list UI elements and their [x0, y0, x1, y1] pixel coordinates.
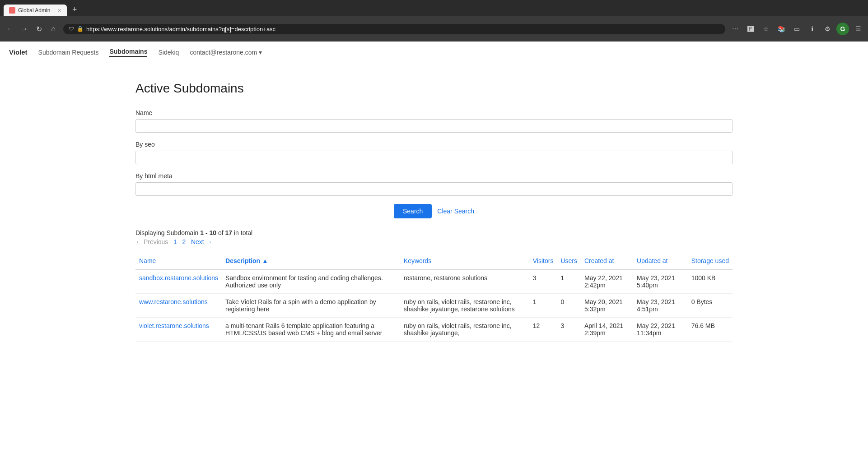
col-header-description[interactable]: Description ▲ — [222, 253, 400, 269]
back-button[interactable]: ← — [4, 23, 16, 35]
cell-created-at-2: April 14, 2021 2:39pm — [581, 318, 633, 342]
settings-icon[interactable]: ⚙ — [821, 23, 834, 35]
nav-link-subdomains[interactable]: Subdomains — [109, 48, 147, 57]
tab-favicon — [9, 7, 15, 14]
cell-description-2: a multi-tenant Rails 6 template applicat… — [222, 318, 400, 342]
browser-chrome: ← → ↻ ⌂ 🛡 🔒 ⋯ 🅿 ☆ 📚 ▭ ℹ ⚙ G ☰ — [0, 16, 868, 42]
page-title: Active Subdomains — [135, 81, 733, 96]
profile-icon[interactable]: ℹ — [806, 23, 818, 35]
table-row: sandbox.restarone.solutions Sandbox envi… — [135, 269, 733, 294]
pocket-icon[interactable]: 🅿 — [744, 23, 757, 35]
cell-updated-at-1: May 23, 2021 4:51pm — [633, 294, 688, 318]
cell-created-at-0: May 22, 2021 2:42pm — [581, 269, 633, 294]
by-seo-label: By seo — [135, 141, 733, 148]
pagination-nav: ← Previous 1 2 Next → — [135, 238, 733, 245]
by-html-meta-label: By html meta — [135, 172, 733, 180]
cell-updated-at-0: May 23, 2021 5:40pm — [633, 269, 688, 294]
col-sort-storage-used[interactable]: Storage used — [691, 257, 729, 264]
cell-updated-at-2: May 22, 2021 11:34pm — [633, 318, 688, 342]
col-sort-visitors[interactable]: Visitors — [533, 257, 554, 264]
col-sort-keywords[interactable]: Keywords — [404, 257, 431, 264]
address-bar-input[interactable] — [86, 26, 720, 32]
bookmark-icon[interactable]: ☆ — [760, 23, 772, 35]
cell-name-1: www.restarone.solutions — [135, 294, 222, 318]
cell-storage-used-1: 0 Bytes — [688, 294, 733, 318]
by-seo-field-group: By seo — [135, 141, 733, 164]
cell-keywords-2: ruby on rails, violet rails, restarone i… — [400, 318, 529, 342]
forward-button[interactable]: → — [18, 23, 31, 35]
subdomain-link-1[interactable]: www.restarone.solutions — [139, 298, 208, 305]
cell-name-0: sandbox.restarone.solutions — [135, 269, 222, 294]
cell-visitors-0: 3 — [529, 269, 557, 294]
subdomain-link-2[interactable]: violet.restarone.solutions — [139, 322, 209, 329]
browser-toolbar-right: ⋯ 🅿 ☆ 📚 ▭ ℹ ⚙ G ☰ — [729, 23, 864, 35]
by-seo-input[interactable] — [135, 151, 733, 164]
col-header-name[interactable]: Name — [135, 253, 222, 269]
cell-description-0: Sandbox environment for testing and codi… — [222, 269, 400, 294]
main-content: Active Subdomains Name By seo By html me… — [0, 63, 868, 476]
pagination-prev: ← Previous — [135, 238, 168, 245]
by-html-meta-field-group: By html meta — [135, 172, 733, 196]
extensions-icon[interactable]: ⋯ — [729, 23, 742, 35]
active-tab[interactable]: Global Admin ✕ — [4, 5, 67, 16]
new-tab-button[interactable]: + — [69, 3, 81, 16]
search-button[interactable]: Search — [394, 204, 432, 218]
col-header-created-at[interactable]: Created at — [581, 253, 633, 269]
app-navbar: Violet Subdomain Requests Subdomains Sid… — [0, 42, 868, 63]
shield-icon: 🛡 — [69, 26, 74, 32]
cell-name-2: violet.restarone.solutions — [135, 318, 222, 342]
name-field-group: Name — [135, 109, 733, 133]
subdomains-table: Name Description ▲ Keywords Visitors Use… — [135, 253, 733, 342]
browser-tabs: Global Admin ✕ + — [0, 0, 868, 16]
table-row: violet.restarone.solutions a multi-tenan… — [135, 318, 733, 342]
bookmarks-library-icon[interactable]: 📚 — [775, 23, 788, 35]
cell-storage-used-2: 76.6 MB — [688, 318, 733, 342]
nav-dropdown-account[interactable]: contact@restarone.com ▾ — [190, 49, 262, 56]
lock-icon: 🔒 — [77, 26, 84, 32]
col-sort-updated-at[interactable]: Updated at — [637, 257, 668, 264]
col-sort-users[interactable]: Users — [560, 257, 577, 264]
clear-search-button[interactable]: Clear Search — [437, 208, 474, 215]
table-header: Name Description ▲ Keywords Visitors Use… — [135, 253, 733, 269]
browser-controls: ← → ↻ ⌂ — [4, 23, 60, 35]
col-sort-name[interactable]: Name — [139, 257, 156, 264]
cell-storage-used-0: 1000 KB — [688, 269, 733, 294]
cell-keywords-1: ruby on rails, violet rails, restarone i… — [400, 294, 529, 318]
tab-label: Global Admin — [18, 7, 50, 14]
cell-users-0: 1 — [557, 269, 581, 294]
reload-button[interactable]: ↻ — [33, 23, 45, 35]
col-header-keywords[interactable]: Keywords — [400, 253, 529, 269]
subdomain-link-0[interactable]: sandbox.restarone.solutions — [139, 274, 218, 282]
col-header-visitors[interactable]: Visitors — [529, 253, 557, 269]
pagination-page-2[interactable]: 2 — [182, 238, 186, 245]
pagination-page-1[interactable]: 1 — [173, 238, 177, 245]
table-header-row: Name Description ▲ Keywords Visitors Use… — [135, 253, 733, 269]
container-icon[interactable]: ▭ — [790, 23, 803, 35]
nav-link-subdomain-requests[interactable]: Subdomain Requests — [38, 49, 99, 56]
name-input[interactable] — [135, 119, 733, 133]
col-header-users[interactable]: Users — [557, 253, 581, 269]
cell-description-1: Take Violet Rails for a spin with a demo… — [222, 294, 400, 318]
pagination-info-text: Displaying Subdomain 1 - 10 of 17 in tot… — [135, 229, 252, 236]
col-header-storage-used[interactable]: Storage used — [688, 253, 733, 269]
home-button[interactable]: ⌂ — [47, 23, 60, 35]
tab-close-button[interactable]: ✕ — [57, 8, 61, 14]
by-html-meta-input[interactable] — [135, 182, 733, 196]
table-body: sandbox.restarone.solutions Sandbox envi… — [135, 269, 733, 342]
col-sort-created-at[interactable]: Created at — [584, 257, 614, 264]
nav-link-sidekiq[interactable]: Sidekiq — [158, 49, 179, 56]
account-icon[interactable]: G — [836, 23, 849, 35]
cell-users-2: 3 — [557, 318, 581, 342]
nav-brand: Violet — [9, 48, 28, 56]
cell-keywords-0: restarone, restarone solutions — [400, 269, 529, 294]
cell-users-1: 0 — [557, 294, 581, 318]
pagination-next[interactable]: Next → — [191, 238, 212, 245]
col-header-updated-at[interactable]: Updated at — [633, 253, 688, 269]
cell-visitors-1: 1 — [529, 294, 557, 318]
search-actions: Search Clear Search — [135, 204, 733, 218]
search-form: Name By seo By html meta Search Clear Se… — [135, 109, 733, 218]
name-label: Name — [135, 109, 733, 116]
menu-icon[interactable]: ☰ — [852, 23, 864, 35]
col-sort-description[interactable]: Description ▲ — [225, 257, 268, 264]
pagination-info: Displaying Subdomain 1 - 10 of 17 in tot… — [135, 229, 733, 236]
